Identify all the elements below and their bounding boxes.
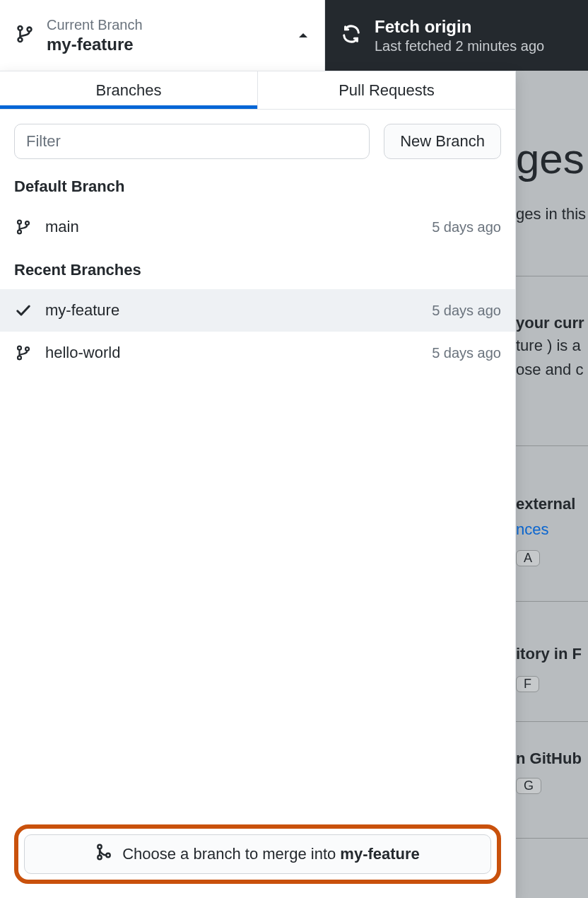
- svg-point-2: [28, 28, 32, 32]
- branch-time: 5 days ago: [432, 219, 501, 235]
- chevron-up-icon: [298, 29, 309, 42]
- fetch-origin-subtitle: Last fetched 2 minutes ago: [375, 38, 544, 54]
- bg-text: ose and c: [516, 361, 588, 379]
- merge-icon: [95, 844, 112, 865]
- branch-time: 5 days ago: [432, 345, 501, 361]
- svg-point-8: [25, 347, 29, 351]
- bg-text: ture ) is a: [516, 337, 588, 355]
- filter-input[interactable]: [14, 124, 370, 159]
- bg-text: itory in F: [516, 645, 588, 663]
- branch-icon: [16, 25, 34, 46]
- branch-dropdown-panel: Branches Pull Requests New Branch Defaul…: [0, 71, 516, 898]
- branch-name: main: [45, 218, 419, 236]
- fetch-origin-button[interactable]: Fetch origin Last fetched 2 minutes ago: [325, 0, 588, 71]
- topbar: Current Branch my-feature Fetch origin L…: [0, 0, 588, 71]
- bg-text: your curr: [516, 314, 588, 332]
- current-branch-label: Current Branch: [47, 17, 285, 33]
- panel-tabs: Branches Pull Requests: [0, 71, 515, 110]
- svg-point-6: [18, 346, 21, 350]
- branch-icon: [14, 345, 33, 361]
- branch-row-main[interactable]: main 5 days ago: [0, 206, 515, 248]
- section-default-branch: Default Branch: [0, 173, 515, 206]
- svg-point-9: [98, 845, 101, 849]
- bg-separator: [516, 601, 588, 602]
- bg-text: external: [516, 495, 588, 513]
- branch-row-hello-world[interactable]: hello-world 5 days ago: [0, 332, 515, 374]
- section-recent-branches: Recent Branches: [0, 248, 515, 289]
- bg-separator: [516, 838, 588, 839]
- bg-kbd: F: [516, 676, 588, 692]
- fetch-origin-title: Fetch origin: [375, 17, 544, 37]
- svg-point-5: [25, 221, 29, 225]
- svg-point-10: [98, 856, 101, 859]
- new-branch-button[interactable]: New Branch: [384, 124, 501, 159]
- check-icon: [14, 302, 33, 319]
- svg-point-3: [18, 221, 21, 224]
- sync-icon: [341, 23, 362, 47]
- merge-into-branch-button[interactable]: Choose a branch to merge into my-feature: [24, 834, 491, 874]
- tab-branches[interactable]: Branches: [0, 71, 258, 109]
- bg-separator: [516, 721, 588, 722]
- background-obscured-content: ges ges in this your curr ture ) is a os…: [516, 71, 588, 898]
- svg-point-7: [18, 356, 21, 359]
- bg-heading: ges: [516, 134, 588, 183]
- tab-pull-requests[interactable]: Pull Requests: [258, 71, 515, 109]
- bg-link: nces: [516, 520, 588, 539]
- bg-kbd: A: [516, 550, 588, 566]
- branch-name: my-feature: [45, 301, 419, 320]
- branch-row-my-feature[interactable]: my-feature 5 days ago: [0, 289, 515, 332]
- bg-kbd: G: [516, 778, 588, 794]
- branch-time: 5 days ago: [432, 303, 501, 319]
- bg-separator: [516, 276, 588, 276]
- merge-button-highlight: Choose a branch to merge into my-feature: [14, 824, 501, 884]
- svg-point-4: [18, 230, 21, 233]
- svg-point-0: [18, 26, 23, 30]
- bg-text: ges in this: [516, 205, 588, 223]
- branch-name: hello-world: [45, 344, 419, 362]
- svg-point-11: [106, 853, 110, 857]
- merge-button-label: Choose a branch to merge into my-feature: [122, 845, 420, 863]
- current-branch-selector[interactable]: Current Branch my-feature: [0, 0, 325, 71]
- branch-icon: [14, 219, 33, 235]
- svg-point-1: [18, 37, 23, 42]
- bg-separator: [516, 445, 588, 446]
- bg-text: n GitHub: [516, 750, 588, 768]
- current-branch-value: my-feature: [47, 35, 285, 54]
